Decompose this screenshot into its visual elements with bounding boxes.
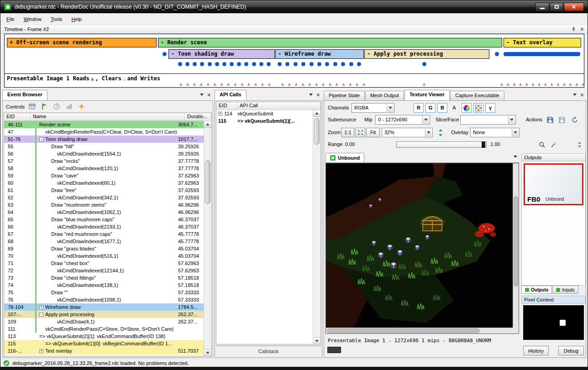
tab-capture-executable[interactable]: Capture Executable (450, 91, 504, 100)
stats-button[interactable] (65, 102, 74, 111)
zoom-dropdown[interactable]: 32% (382, 128, 433, 137)
alpha-channel-button[interactable]: A (449, 103, 459, 113)
event-row[interactable]: 61Draw "tree"37.92593 (4, 187, 204, 194)
event-row[interactable]: 71Draw "chest box"57.62963 (4, 260, 204, 267)
range-slider-thumb[interactable] (482, 141, 485, 148)
maximize-button[interactable] (550, 3, 563, 11)
tree-toggle-icon[interactable]: + (39, 349, 43, 353)
panel-close-icon[interactable] (207, 92, 211, 98)
event-row[interactable]: 56vkCmdDrawIndexed(1554,1)39.25926 (4, 150, 204, 157)
tab-texture-viewer[interactable]: Texture Viewer (404, 90, 450, 100)
event-table-header[interactable]: EID Name Duratio... (4, 113, 211, 121)
texture-list-dropdown-icon[interactable] (514, 156, 517, 160)
tree-toggle-icon[interactable]: - (39, 137, 43, 141)
event-row[interactable]: 66vkCmdDrawIndexed(2193,1)46.37037 (4, 223, 204, 230)
channel-g-button[interactable]: G (425, 103, 436, 113)
pin-icon[interactable] (571, 26, 576, 32)
close-button[interactable] (564, 3, 584, 11)
event-row[interactable]: 47vkCmdBeginRenderPass(C=Clear, D=Clear,… (4, 128, 204, 135)
tab-event-browser[interactable]: Event Browser (2, 90, 47, 100)
colorwheel-button[interactable] (462, 103, 472, 113)
event-browser-scrollbar[interactable] (204, 121, 211, 356)
export-texture-button[interactable] (557, 115, 567, 125)
event-row[interactable]: 72vkCmdDrawIndexed(12144,1)57.62963 (4, 267, 204, 274)
panel-close-icon[interactable] (580, 92, 584, 98)
event-row[interactable]: 62vkCmdDrawIndexed(342,1)37.92593 (4, 194, 204, 201)
scroll-up-icon[interactable] (204, 121, 211, 128)
write-marker-group[interactable]: ▲ (423, 82, 428, 86)
name-column-header[interactable]: Name (31, 113, 185, 120)
bookmark-button[interactable] (77, 102, 86, 111)
draw-marker-dot[interactable] (163, 52, 167, 56)
autofit-range-button[interactable] (549, 140, 559, 149)
api-call-row[interactable]: +114vkQueueSubmit (216, 110, 313, 117)
tree-toggle-icon[interactable]: + (218, 112, 222, 116)
event-row[interactable]: 64vkCmdDrawIndexed(1062,1)46.96296 (4, 208, 204, 216)
text-overlay-draws-bar[interactable] (504, 52, 580, 56)
overlay-dropdown[interactable]: None (470, 128, 520, 137)
gamma-button[interactable]: γ (485, 103, 495, 113)
draw-marker-group[interactable] (178, 62, 271, 66)
texture-horizontal-scrollbar[interactable] (326, 328, 513, 334)
write-marker-group[interactable]: ▲▲▲▲▲▲▲▲▲▲▲▲▲ (281, 82, 365, 86)
range-options-button[interactable] (574, 140, 584, 149)
event-row[interactable]: 109vkCmdDraw(4,1)262.37... (4, 318, 204, 325)
menu-window[interactable]: Window (19, 14, 46, 24)
texture-preview[interactable] (326, 163, 519, 334)
draw-marker-dot[interactable] (495, 52, 499, 56)
scroll-up-icon[interactable] (313, 110, 320, 117)
event-row[interactable]: 76vkCmdDrawIndexed(1098,1)57.33333 (4, 296, 204, 303)
fb0-thumbnail[interactable]: FB0 Unbound (524, 163, 583, 205)
draw-marker-group[interactable] (422, 62, 426, 66)
event-row[interactable]: 46-111Render scene3064.7... (4, 121, 204, 128)
texture-vertical-scrollbar[interactable] (513, 163, 519, 328)
flip-y-button[interactable] (436, 128, 446, 137)
scroll-down-icon[interactable] (313, 337, 320, 344)
panel-close-icon[interactable] (316, 92, 320, 98)
event-row[interactable]: 113=> vkQueueSubmit(2)[1]: vkEndCommandB… (4, 333, 204, 340)
menu-file[interactable]: File (2, 14, 19, 24)
event-row[interactable]: 58vkCmdDrawIndexed(120,1)37.77778 (4, 165, 204, 172)
tab-pipeline-state[interactable]: Pipeline State (324, 91, 365, 100)
event-row[interactable]: 65Draw "blue mushroom caps"46.37037 (4, 216, 204, 223)
api-call-row[interactable]: 115=> vkQueueSubmit(1)[... (216, 117, 313, 125)
callstack-section[interactable]: Callstack (216, 345, 321, 356)
timeline-block-toon-shading-draw[interactable]: - Toon shading draw (168, 49, 275, 59)
timeline-canvas[interactable]: + Off-screen scene rendering- Render sce… (4, 34, 584, 88)
channel-b-button[interactable]: B (437, 103, 447, 113)
event-row[interactable]: 116-...+Text overlay511.7037 (4, 347, 204, 354)
eid-column-header[interactable]: EID (4, 113, 31, 120)
tree-toggle-icon[interactable]: - (39, 313, 43, 317)
history-button[interactable]: History (523, 346, 549, 355)
minimize-button[interactable] (536, 3, 549, 11)
zoom-1to1-button[interactable]: 1:1 (341, 128, 354, 137)
tab-api-calls[interactable]: API Calls (215, 90, 247, 100)
timeline-block-wireframe-draw[interactable]: - Wireframe draw (275, 49, 364, 59)
event-row[interactable]: 69Draw "grass blades"45.03704 (4, 245, 204, 252)
event-row[interactable]: 74vkCmdDrawIndexed(138,1)57.18518 (4, 281, 204, 289)
fit-window-button[interactable] (355, 128, 365, 137)
zoom-range-button[interactable] (537, 140, 547, 149)
panel-menu-icon[interactable] (200, 94, 204, 98)
event-row[interactable]: 67Draw "red mushroom caps"45.77778 (4, 230, 204, 238)
duration-column-header[interactable]: Duratio... (185, 113, 211, 120)
tab-inputs[interactable]: Inputs (552, 286, 578, 294)
eid-column-header[interactable]: EID (216, 102, 237, 109)
time-draws-button[interactable] (52, 102, 62, 111)
event-row[interactable]: 115=> vkQueueSubmit(1)[0]: vkBeginComman… (4, 340, 204, 347)
write-marker-group[interactable]: ▲▲▲▲▲▲▲▲▲▲▲▲▲▲ (500, 82, 584, 86)
jump-to-event-button[interactable] (40, 102, 49, 111)
event-row[interactable]: 51-76-Toon shading draw1017.7... (4, 135, 204, 143)
mip-dropdown[interactable]: 0 - 1272x690 (375, 115, 430, 125)
panel-menu-icon[interactable] (573, 94, 577, 98)
range-slider[interactable] (396, 141, 487, 148)
event-row[interactable]: 73Draw "chest fittings"57.18518 (4, 274, 204, 281)
panel-menu-icon[interactable] (309, 94, 313, 98)
scroll-thumb[interactable] (314, 118, 320, 145)
checkerboard-button[interactable] (473, 103, 483, 113)
event-row[interactable]: 75Draw ""57.33333 (4, 289, 204, 296)
timeline-block-apply-post-processing[interactable]: - Apply post processing (364, 49, 489, 59)
timeline-controls-button[interactable] (28, 102, 37, 111)
debug-button[interactable]: Debug (558, 346, 584, 355)
tree-toggle-icon[interactable]: + (39, 305, 43, 309)
